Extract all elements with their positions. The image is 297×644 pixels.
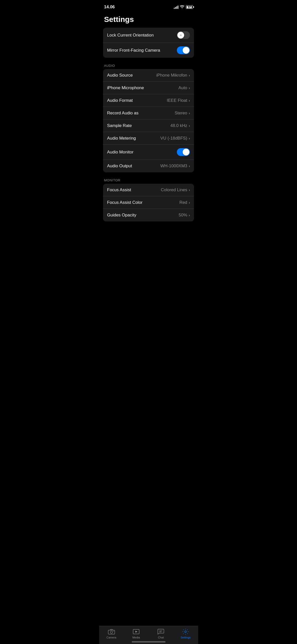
audio-output-label: Audio Output	[107, 164, 132, 169]
audio-format-right: IEEE Float ›	[167, 98, 190, 103]
record-audio-right: Stereo ›	[175, 111, 190, 116]
mirror-camera-toggle[interactable]: I	[177, 46, 190, 54]
status-bar: 14.06 97	[99, 0, 198, 13]
signal-bars-icon	[174, 5, 178, 9]
monitor-section-label: MONITOR	[99, 176, 198, 184]
record-audio-value: Stereo	[175, 111, 187, 116]
iphone-microphone-row[interactable]: iPhone Microphone Auto ›	[103, 82, 194, 94]
focus-assist-value: Colored Lines	[161, 187, 187, 192]
audio-metering-right: VU (-18dBFS) ›	[160, 136, 190, 141]
chevron-icon: ›	[189, 188, 190, 192]
audio-group: Audio Source iPhone Mikrofon › iPhone Mi…	[103, 69, 194, 172]
record-audio-row[interactable]: Record Audio as Stereo ›	[103, 107, 194, 119]
status-icons: 97	[174, 5, 193, 9]
wifi-icon	[180, 5, 184, 9]
toggle-knob	[183, 149, 189, 155]
audio-format-value: IEEE Float	[167, 98, 187, 103]
chevron-icon: ›	[189, 136, 190, 140]
toggle-on-label: I	[179, 49, 180, 52]
focus-assist-color-row[interactable]: Focus Assist Color Red ›	[103, 196, 194, 209]
iphone-microphone-label: iPhone Microphone	[107, 85, 144, 90]
sample-rate-right: 48.0 kHz ›	[170, 123, 190, 128]
battery-icon: 97	[186, 5, 193, 9]
audio-metering-label: Audio Metering	[107, 136, 136, 141]
toggle-on-label: I	[179, 151, 180, 153]
audio-source-value: iPhone Mikrofon	[156, 73, 187, 78]
focus-assist-color-right: Red ›	[179, 200, 190, 205]
audio-metering-row[interactable]: Audio Metering VU (-18dBFS) ›	[103, 132, 194, 145]
audio-source-row[interactable]: Audio Source iPhone Mikrofon ›	[103, 69, 194, 82]
chevron-icon: ›	[189, 111, 190, 115]
audio-source-label: Audio Source	[107, 73, 133, 78]
focus-assist-color-value: Red	[179, 200, 187, 205]
iphone-microphone-right: Auto ›	[178, 85, 190, 90]
chevron-icon: ›	[189, 99, 190, 103]
record-audio-label: Record Audio as	[107, 111, 139, 116]
monitor-group: Focus Assist Colored Lines › Focus Assis…	[103, 184, 194, 221]
audio-source-right: iPhone Mikrofon ›	[156, 73, 190, 78]
audio-monitor-row[interactable]: Audio Monitor I	[103, 145, 194, 160]
chevron-icon: ›	[189, 124, 190, 128]
focus-assist-row[interactable]: Focus Assist Colored Lines ›	[103, 184, 194, 196]
audio-format-row[interactable]: Audio Format IEEE Float ›	[103, 94, 194, 107]
focus-assist-right: Colored Lines ›	[161, 187, 190, 192]
toggle-knob: O	[177, 32, 184, 39]
guides-opacity-right: 50% ›	[179, 213, 190, 218]
lock-orientation-row[interactable]: Lock Current Orientation O	[103, 28, 194, 43]
status-time: 14.06	[104, 5, 115, 10]
sample-rate-value: 48.0 kHz	[170, 123, 187, 128]
audio-output-value: WH-1000XM3	[160, 164, 187, 169]
battery-level: 97	[186, 6, 193, 9]
mirror-camera-row[interactable]: Mirror Front-Facing Camera I	[103, 43, 194, 58]
sample-rate-label: Sample Rate	[107, 123, 132, 128]
audio-metering-value: VU (-18dBFS)	[160, 136, 187, 141]
lock-orientation-label: Lock Current Orientation	[107, 33, 154, 38]
chevron-icon: ›	[189, 201, 190, 205]
audio-section-label: AUDIO	[99, 62, 198, 69]
audio-output-row[interactable]: Audio Output WH-1000XM3 ›	[103, 160, 194, 172]
toggle-knob	[183, 47, 189, 54]
lock-orientation-toggle[interactable]: O	[177, 31, 190, 39]
chevron-icon: ›	[189, 86, 190, 90]
audio-monitor-toggle[interactable]: I	[177, 148, 190, 156]
focus-assist-color-label: Focus Assist Color	[107, 200, 143, 205]
audio-monitor-label: Audio Monitor	[107, 150, 134, 155]
guides-opacity-row[interactable]: Guides Opacity 50% ›	[103, 209, 194, 221]
iphone-microphone-value: Auto	[178, 85, 187, 90]
orientation-group: Lock Current Orientation O Mirror Front-…	[103, 28, 194, 58]
guides-opacity-label: Guides Opacity	[107, 213, 136, 218]
sample-rate-row[interactable]: Sample Rate 48.0 kHz ›	[103, 119, 194, 132]
guides-opacity-value: 50%	[179, 213, 187, 218]
page-title: Settings	[99, 13, 198, 28]
mirror-camera-label: Mirror Front-Facing Camera	[107, 48, 160, 53]
chevron-icon: ›	[189, 213, 190, 217]
focus-assist-label: Focus Assist	[107, 187, 131, 192]
chevron-icon: ›	[189, 164, 190, 168]
audio-format-label: Audio Format	[107, 98, 133, 103]
chevron-icon: ›	[189, 73, 190, 77]
audio-output-right: WH-1000XM3 ›	[160, 164, 190, 169]
